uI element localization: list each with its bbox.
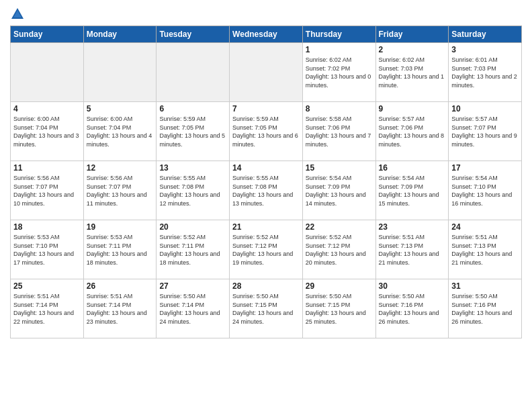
day-info: Sunrise: 5:53 AM Sunset: 7:11 PM Dayligh… xyxy=(87,233,154,267)
weekday-wednesday: Wednesday xyxy=(230,26,303,43)
calendar-cell: 5Sunrise: 6:00 AM Sunset: 7:04 PM Daylig… xyxy=(83,102,157,161)
day-info: Sunrise: 5:58 AM Sunset: 7:06 PM Dayligh… xyxy=(306,115,373,148)
calendar-cell: 4Sunrise: 6:00 AM Sunset: 7:04 PM Daylig… xyxy=(11,102,84,161)
calendar-cell xyxy=(230,43,303,102)
calendar-cell: 25Sunrise: 5:51 AM Sunset: 7:14 PM Dayli… xyxy=(11,279,84,338)
weekday-friday: Friday xyxy=(375,26,449,43)
day-info: Sunrise: 5:52 AM Sunset: 7:11 PM Dayligh… xyxy=(159,233,226,267)
day-info: Sunrise: 5:53 AM Sunset: 7:10 PM Dayligh… xyxy=(13,233,81,267)
day-info: Sunrise: 5:51 AM Sunset: 7:14 PM Dayligh… xyxy=(87,292,154,326)
calendar-cell: 18Sunrise: 5:53 AM Sunset: 7:10 PM Dayli… xyxy=(11,220,84,279)
header xyxy=(10,7,522,21)
day-number: 10 xyxy=(451,104,519,113)
calendar-cell: 8Sunrise: 5:58 AM Sunset: 7:06 PM Daylig… xyxy=(302,102,375,161)
day-info: Sunrise: 6:00 AM Sunset: 7:04 PM Dayligh… xyxy=(87,115,154,148)
day-number: 5 xyxy=(87,104,154,113)
day-number: 28 xyxy=(232,281,300,291)
day-info: Sunrise: 5:52 AM Sunset: 7:12 PM Dayligh… xyxy=(232,233,300,267)
day-info: Sunrise: 6:01 AM Sunset: 7:03 PM Dayligh… xyxy=(451,56,519,89)
calendar-cell: 9Sunrise: 5:57 AM Sunset: 7:06 PM Daylig… xyxy=(375,102,449,161)
day-number: 20 xyxy=(159,222,226,232)
calendar-cell: 3Sunrise: 6:01 AM Sunset: 7:03 PM Daylig… xyxy=(449,43,522,102)
calendar-header: SundayMondayTuesdayWednesdayThursdayFrid… xyxy=(11,26,522,43)
calendar-cell: 2Sunrise: 6:02 AM Sunset: 7:03 PM Daylig… xyxy=(375,43,449,102)
day-info: Sunrise: 6:00 AM Sunset: 7:04 PM Dayligh… xyxy=(13,115,81,148)
calendar-cell xyxy=(157,43,230,102)
day-number: 26 xyxy=(87,281,154,291)
logo xyxy=(10,7,27,21)
day-info: Sunrise: 5:57 AM Sunset: 7:06 PM Dayligh… xyxy=(379,115,446,148)
week-row-4: 18Sunrise: 5:53 AM Sunset: 7:10 PM Dayli… xyxy=(11,220,522,279)
day-info: Sunrise: 5:57 AM Sunset: 7:07 PM Dayligh… xyxy=(451,115,519,148)
calendar-cell: 30Sunrise: 5:50 AM Sunset: 7:16 PM Dayli… xyxy=(375,279,449,338)
day-info: Sunrise: 5:50 AM Sunset: 7:15 PM Dayligh… xyxy=(306,292,373,326)
weekday-monday: Monday xyxy=(83,26,157,43)
calendar-cell: 20Sunrise: 5:52 AM Sunset: 7:11 PM Dayli… xyxy=(157,220,230,279)
day-number: 7 xyxy=(232,104,300,113)
calendar-cell xyxy=(11,43,84,102)
day-info: Sunrise: 5:51 AM Sunset: 7:13 PM Dayligh… xyxy=(379,233,446,267)
day-info: Sunrise: 5:54 AM Sunset: 7:10 PM Dayligh… xyxy=(451,174,519,208)
day-number: 19 xyxy=(87,222,154,232)
weekday-saturday: Saturday xyxy=(449,26,522,43)
page: SundayMondayTuesdayWednesdayThursdayFrid… xyxy=(0,0,532,411)
calendar-cell: 13Sunrise: 5:55 AM Sunset: 7:08 PM Dayli… xyxy=(157,161,230,220)
calendar-cell: 26Sunrise: 5:51 AM Sunset: 7:14 PM Dayli… xyxy=(83,279,157,338)
calendar-cell: 29Sunrise: 5:50 AM Sunset: 7:15 PM Dayli… xyxy=(302,279,375,338)
week-row-1: 1Sunrise: 6:02 AM Sunset: 7:02 PM Daylig… xyxy=(11,43,522,102)
day-number: 15 xyxy=(306,163,373,173)
day-info: Sunrise: 6:02 AM Sunset: 7:03 PM Dayligh… xyxy=(379,56,446,89)
day-number: 14 xyxy=(232,163,300,173)
calendar-cell: 14Sunrise: 5:55 AM Sunset: 7:08 PM Dayli… xyxy=(230,161,303,220)
day-number: 11 xyxy=(13,163,81,173)
day-number: 23 xyxy=(379,222,446,232)
day-number: 3 xyxy=(451,45,519,54)
calendar-cell: 15Sunrise: 5:54 AM Sunset: 7:09 PM Dayli… xyxy=(302,161,375,220)
calendar-cell: 7Sunrise: 5:59 AM Sunset: 7:05 PM Daylig… xyxy=(230,102,303,161)
day-number: 22 xyxy=(306,222,373,232)
calendar-cell: 21Sunrise: 5:52 AM Sunset: 7:12 PM Dayli… xyxy=(230,220,303,279)
day-info: Sunrise: 5:56 AM Sunset: 7:07 PM Dayligh… xyxy=(13,174,81,208)
day-number: 9 xyxy=(379,104,446,113)
calendar-cell: 12Sunrise: 5:56 AM Sunset: 7:07 PM Dayli… xyxy=(83,161,157,220)
day-number: 31 xyxy=(451,281,519,291)
day-info: Sunrise: 5:55 AM Sunset: 7:08 PM Dayligh… xyxy=(232,174,300,208)
day-info: Sunrise: 5:50 AM Sunset: 7:14 PM Dayligh… xyxy=(159,292,226,326)
day-info: Sunrise: 5:50 AM Sunset: 7:16 PM Dayligh… xyxy=(451,292,519,326)
day-info: Sunrise: 5:59 AM Sunset: 7:05 PM Dayligh… xyxy=(232,115,300,148)
day-number: 18 xyxy=(13,222,81,232)
calendar-cell: 19Sunrise: 5:53 AM Sunset: 7:11 PM Dayli… xyxy=(83,220,157,279)
calendar-cell: 28Sunrise: 5:50 AM Sunset: 7:15 PM Dayli… xyxy=(230,279,303,338)
calendar-cell: 27Sunrise: 5:50 AM Sunset: 7:14 PM Dayli… xyxy=(157,279,230,338)
day-number: 2 xyxy=(379,45,446,54)
day-number: 29 xyxy=(306,281,373,291)
day-number: 16 xyxy=(379,163,446,173)
week-row-2: 4Sunrise: 6:00 AM Sunset: 7:04 PM Daylig… xyxy=(11,102,522,161)
day-info: Sunrise: 6:02 AM Sunset: 7:02 PM Dayligh… xyxy=(306,56,373,89)
day-info: Sunrise: 5:56 AM Sunset: 7:07 PM Dayligh… xyxy=(87,174,154,208)
weekday-row: SundayMondayTuesdayWednesdayThursdayFrid… xyxy=(11,26,522,43)
calendar-cell: 1Sunrise: 6:02 AM Sunset: 7:02 PM Daylig… xyxy=(302,43,375,102)
week-row-3: 11Sunrise: 5:56 AM Sunset: 7:07 PM Dayli… xyxy=(11,161,522,220)
calendar-cell: 10Sunrise: 5:57 AM Sunset: 7:07 PM Dayli… xyxy=(449,102,522,161)
calendar-cell: 24Sunrise: 5:51 AM Sunset: 7:13 PM Dayli… xyxy=(449,220,522,279)
calendar-cell: 22Sunrise: 5:52 AM Sunset: 7:12 PM Dayli… xyxy=(302,220,375,279)
calendar-cell: 31Sunrise: 5:50 AM Sunset: 7:16 PM Dayli… xyxy=(449,279,522,338)
calendar-cell: 23Sunrise: 5:51 AM Sunset: 7:13 PM Dayli… xyxy=(375,220,449,279)
day-info: Sunrise: 5:59 AM Sunset: 7:05 PM Dayligh… xyxy=(159,115,226,148)
calendar-body: 1Sunrise: 6:02 AM Sunset: 7:02 PM Daylig… xyxy=(11,43,522,338)
weekday-tuesday: Tuesday xyxy=(157,26,230,43)
weekday-thursday: Thursday xyxy=(302,26,375,43)
day-number: 21 xyxy=(232,222,300,232)
day-number: 13 xyxy=(159,163,226,173)
day-number: 24 xyxy=(451,222,519,232)
day-number: 30 xyxy=(379,281,446,291)
calendar-table: SundayMondayTuesdayWednesdayThursdayFrid… xyxy=(10,26,522,338)
day-number: 17 xyxy=(451,163,519,173)
day-info: Sunrise: 5:54 AM Sunset: 7:09 PM Dayligh… xyxy=(306,174,373,208)
weekday-sunday: Sunday xyxy=(11,26,84,43)
day-info: Sunrise: 5:51 AM Sunset: 7:13 PM Dayligh… xyxy=(451,233,519,267)
calendar-cell: 16Sunrise: 5:54 AM Sunset: 7:09 PM Dayli… xyxy=(375,161,449,220)
day-info: Sunrise: 5:51 AM Sunset: 7:14 PM Dayligh… xyxy=(13,292,81,326)
day-number: 12 xyxy=(87,163,154,173)
